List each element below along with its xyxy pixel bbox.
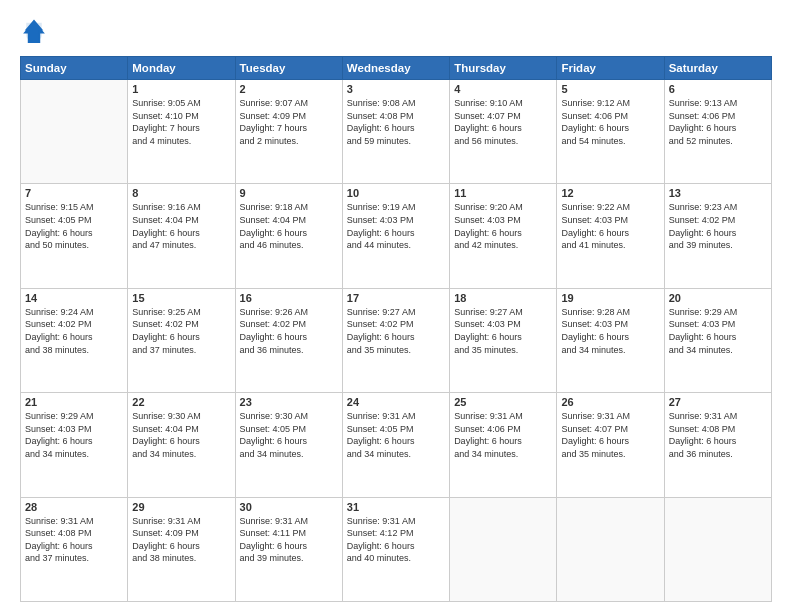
day-number: 2 xyxy=(240,83,338,95)
day-cell: 18Sunrise: 9:27 AM Sunset: 4:03 PM Dayli… xyxy=(450,288,557,392)
day-info: Sunrise: 9:31 AM Sunset: 4:11 PM Dayligh… xyxy=(240,515,338,565)
day-info: Sunrise: 9:30 AM Sunset: 4:04 PM Dayligh… xyxy=(132,410,230,460)
day-cell: 14Sunrise: 9:24 AM Sunset: 4:02 PM Dayli… xyxy=(21,288,128,392)
day-info: Sunrise: 9:31 AM Sunset: 4:09 PM Dayligh… xyxy=(132,515,230,565)
day-info: Sunrise: 9:19 AM Sunset: 4:03 PM Dayligh… xyxy=(347,201,445,251)
day-cell: 26Sunrise: 9:31 AM Sunset: 4:07 PM Dayli… xyxy=(557,393,664,497)
day-info: Sunrise: 9:16 AM Sunset: 4:04 PM Dayligh… xyxy=(132,201,230,251)
day-cell: 7Sunrise: 9:15 AM Sunset: 4:05 PM Daylig… xyxy=(21,184,128,288)
day-info: Sunrise: 9:27 AM Sunset: 4:02 PM Dayligh… xyxy=(347,306,445,356)
calendar-table: SundayMondayTuesdayWednesdayThursdayFrid… xyxy=(20,56,772,602)
day-info: Sunrise: 9:28 AM Sunset: 4:03 PM Dayligh… xyxy=(561,306,659,356)
day-info: Sunrise: 9:12 AM Sunset: 4:06 PM Dayligh… xyxy=(561,97,659,147)
day-cell: 25Sunrise: 9:31 AM Sunset: 4:06 PM Dayli… xyxy=(450,393,557,497)
day-number: 9 xyxy=(240,187,338,199)
day-number: 12 xyxy=(561,187,659,199)
day-info: Sunrise: 9:31 AM Sunset: 4:12 PM Dayligh… xyxy=(347,515,445,565)
day-cell: 29Sunrise: 9:31 AM Sunset: 4:09 PM Dayli… xyxy=(128,497,235,601)
day-cell: 22Sunrise: 9:30 AM Sunset: 4:04 PM Dayli… xyxy=(128,393,235,497)
day-number: 15 xyxy=(132,292,230,304)
week-row-3: 14Sunrise: 9:24 AM Sunset: 4:02 PM Dayli… xyxy=(21,288,772,392)
day-info: Sunrise: 9:23 AM Sunset: 4:02 PM Dayligh… xyxy=(669,201,767,251)
week-row-5: 28Sunrise: 9:31 AM Sunset: 4:08 PM Dayli… xyxy=(21,497,772,601)
day-cell xyxy=(450,497,557,601)
day-info: Sunrise: 9:24 AM Sunset: 4:02 PM Dayligh… xyxy=(25,306,123,356)
day-info: Sunrise: 9:05 AM Sunset: 4:10 PM Dayligh… xyxy=(132,97,230,147)
day-number: 6 xyxy=(669,83,767,95)
day-number: 13 xyxy=(669,187,767,199)
day-number: 18 xyxy=(454,292,552,304)
weekday-header-monday: Monday xyxy=(128,57,235,80)
day-number: 19 xyxy=(561,292,659,304)
header xyxy=(20,18,772,46)
day-number: 16 xyxy=(240,292,338,304)
weekday-header-sunday: Sunday xyxy=(21,57,128,80)
day-number: 26 xyxy=(561,396,659,408)
day-cell: 13Sunrise: 9:23 AM Sunset: 4:02 PM Dayli… xyxy=(664,184,771,288)
day-number: 1 xyxy=(132,83,230,95)
day-number: 31 xyxy=(347,501,445,513)
day-number: 10 xyxy=(347,187,445,199)
weekday-header-row: SundayMondayTuesdayWednesdayThursdayFrid… xyxy=(21,57,772,80)
day-number: 28 xyxy=(25,501,123,513)
day-info: Sunrise: 9:20 AM Sunset: 4:03 PM Dayligh… xyxy=(454,201,552,251)
day-cell: 8Sunrise: 9:16 AM Sunset: 4:04 PM Daylig… xyxy=(128,184,235,288)
day-number: 22 xyxy=(132,396,230,408)
day-cell: 4Sunrise: 9:10 AM Sunset: 4:07 PM Daylig… xyxy=(450,80,557,184)
day-info: Sunrise: 9:31 AM Sunset: 4:08 PM Dayligh… xyxy=(669,410,767,460)
day-info: Sunrise: 9:27 AM Sunset: 4:03 PM Dayligh… xyxy=(454,306,552,356)
week-row-2: 7Sunrise: 9:15 AM Sunset: 4:05 PM Daylig… xyxy=(21,184,772,288)
day-cell: 23Sunrise: 9:30 AM Sunset: 4:05 PM Dayli… xyxy=(235,393,342,497)
day-info: Sunrise: 9:26 AM Sunset: 4:02 PM Dayligh… xyxy=(240,306,338,356)
logo-icon xyxy=(20,18,48,46)
day-info: Sunrise: 9:08 AM Sunset: 4:08 PM Dayligh… xyxy=(347,97,445,147)
day-cell: 28Sunrise: 9:31 AM Sunset: 4:08 PM Dayli… xyxy=(21,497,128,601)
day-number: 5 xyxy=(561,83,659,95)
day-info: Sunrise: 9:30 AM Sunset: 4:05 PM Dayligh… xyxy=(240,410,338,460)
day-number: 30 xyxy=(240,501,338,513)
day-cell: 9Sunrise: 9:18 AM Sunset: 4:04 PM Daylig… xyxy=(235,184,342,288)
day-number: 11 xyxy=(454,187,552,199)
day-cell: 11Sunrise: 9:20 AM Sunset: 4:03 PM Dayli… xyxy=(450,184,557,288)
weekday-header-saturday: Saturday xyxy=(664,57,771,80)
day-cell: 24Sunrise: 9:31 AM Sunset: 4:05 PM Dayli… xyxy=(342,393,449,497)
day-info: Sunrise: 9:29 AM Sunset: 4:03 PM Dayligh… xyxy=(669,306,767,356)
day-info: Sunrise: 9:31 AM Sunset: 4:08 PM Dayligh… xyxy=(25,515,123,565)
day-number: 14 xyxy=(25,292,123,304)
day-number: 4 xyxy=(454,83,552,95)
day-cell: 31Sunrise: 9:31 AM Sunset: 4:12 PM Dayli… xyxy=(342,497,449,601)
day-cell: 1Sunrise: 9:05 AM Sunset: 4:10 PM Daylig… xyxy=(128,80,235,184)
day-info: Sunrise: 9:25 AM Sunset: 4:02 PM Dayligh… xyxy=(132,306,230,356)
day-number: 3 xyxy=(347,83,445,95)
weekday-header-wednesday: Wednesday xyxy=(342,57,449,80)
day-number: 25 xyxy=(454,396,552,408)
day-cell: 27Sunrise: 9:31 AM Sunset: 4:08 PM Dayli… xyxy=(664,393,771,497)
weekday-header-tuesday: Tuesday xyxy=(235,57,342,80)
day-cell: 5Sunrise: 9:12 AM Sunset: 4:06 PM Daylig… xyxy=(557,80,664,184)
day-cell: 21Sunrise: 9:29 AM Sunset: 4:03 PM Dayli… xyxy=(21,393,128,497)
day-number: 7 xyxy=(25,187,123,199)
day-number: 17 xyxy=(347,292,445,304)
day-cell: 3Sunrise: 9:08 AM Sunset: 4:08 PM Daylig… xyxy=(342,80,449,184)
day-cell xyxy=(557,497,664,601)
day-info: Sunrise: 9:15 AM Sunset: 4:05 PM Dayligh… xyxy=(25,201,123,251)
day-info: Sunrise: 9:10 AM Sunset: 4:07 PM Dayligh… xyxy=(454,97,552,147)
day-cell xyxy=(664,497,771,601)
day-cell: 20Sunrise: 9:29 AM Sunset: 4:03 PM Dayli… xyxy=(664,288,771,392)
weekday-header-thursday: Thursday xyxy=(450,57,557,80)
day-cell: 12Sunrise: 9:22 AM Sunset: 4:03 PM Dayli… xyxy=(557,184,664,288)
day-cell: 17Sunrise: 9:27 AM Sunset: 4:02 PM Dayli… xyxy=(342,288,449,392)
day-info: Sunrise: 9:29 AM Sunset: 4:03 PM Dayligh… xyxy=(25,410,123,460)
day-cell xyxy=(21,80,128,184)
day-cell: 15Sunrise: 9:25 AM Sunset: 4:02 PM Dayli… xyxy=(128,288,235,392)
day-cell: 30Sunrise: 9:31 AM Sunset: 4:11 PM Dayli… xyxy=(235,497,342,601)
day-number: 29 xyxy=(132,501,230,513)
day-info: Sunrise: 9:31 AM Sunset: 4:05 PM Dayligh… xyxy=(347,410,445,460)
day-info: Sunrise: 9:07 AM Sunset: 4:09 PM Dayligh… xyxy=(240,97,338,147)
weekday-header-friday: Friday xyxy=(557,57,664,80)
day-number: 27 xyxy=(669,396,767,408)
day-cell: 6Sunrise: 9:13 AM Sunset: 4:06 PM Daylig… xyxy=(664,80,771,184)
day-number: 8 xyxy=(132,187,230,199)
week-row-4: 21Sunrise: 9:29 AM Sunset: 4:03 PM Dayli… xyxy=(21,393,772,497)
day-cell: 10Sunrise: 9:19 AM Sunset: 4:03 PM Dayli… xyxy=(342,184,449,288)
